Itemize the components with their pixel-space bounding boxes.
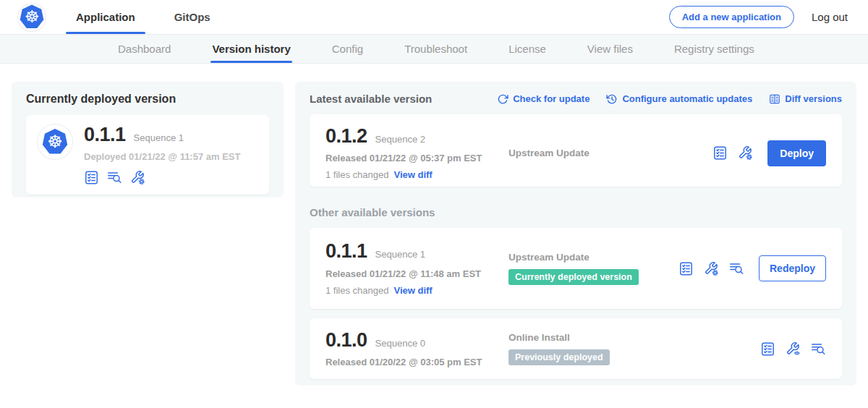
diff-versions-label: Diff versions [785,93,842,104]
released-timestamp: Released 01/20/22 @ 03:05 pm EST [326,357,509,367]
version-controls: Deploy [712,140,826,166]
latest-version-title: Latest available version [310,93,432,105]
main-content: Currently deployed version ☸ 0.1.1 Seque… [0,64,868,408]
deployed-sequence: Sequence 1 [134,132,184,143]
diff-icon [769,93,780,105]
view-diff-link[interactable]: View diff [393,169,432,180]
files-changed-label: 1 files changed [326,285,388,296]
app-subnav: Dashboard Version history Config Trouble… [0,35,868,64]
tab-application-label: Application [76,11,135,23]
deploy-button[interactable]: Deploy [767,140,826,166]
source-label: Upstream Update [509,148,712,158]
add-application-button[interactable]: Add a new application [669,6,794,28]
sequence-label: Sequence 1 [375,249,425,260]
kots-admin-console: ☸ Application GitOps Add a new applicati… [0,0,868,408]
deploy-logs-icon[interactable] [107,170,122,185]
version-number: 0.1.0 [326,330,367,350]
deployed-version-card: ☸ 0.1.1 Sequence 1 Deployed 01/21/22 @ 1… [26,115,269,195]
config-view-icon[interactable] [786,341,801,357]
preflight-checks-icon[interactable] [84,170,99,185]
source-label: Upstream Update [509,252,678,263]
version-source: Upstream Update Currently deployed versi… [509,252,678,285]
released-timestamp: Released 01/21/22 @ 11:48 am EST [326,268,509,279]
view-diff-link[interactable]: View diff [393,285,432,296]
version-info: 0.1.0 Sequence 0 Released 01/20/22 @ 03:… [326,330,509,367]
previously-deployed-badge: Previously deployed [509,349,610,365]
released-timestamp: Released 01/21/22 @ 05:37 pm EST [326,153,509,163]
tab-troubleshoot[interactable]: Troubleshoot [404,35,467,63]
version-controls [760,341,826,357]
deploy-logs-icon[interactable] [729,261,744,276]
diff-versions-link[interactable]: Diff versions [769,93,842,105]
tab-config[interactable]: Config [332,35,363,63]
tab-view-files[interactable]: View files [587,35,633,63]
app-logo: ☸ [38,124,72,159]
tab-license[interactable]: License [509,35,546,63]
version-source: Upstream Update [509,148,712,158]
version-info: 0.1.1 Sequence 1 Released 01/21/22 @ 11:… [326,241,509,295]
config-icon[interactable] [738,145,753,161]
version-controls: Redeploy [678,255,826,281]
currently-deployed-panel: Currently deployed version ☸ 0.1.1 Seque… [12,82,284,197]
kubernetes-app-icon: ☸ [41,127,69,156]
version-number: 0.1.2 [326,126,367,146]
version-history-panel: Latest available version Check for updat… [295,82,856,386]
files-changed-label: 1 files changed [326,169,388,180]
redeploy-button[interactable]: Redeploy [759,255,826,281]
check-for-update-label: Check for update [513,93,590,104]
preflight-checks-icon[interactable] [712,145,728,161]
latest-version-header: Latest available version Check for updat… [310,93,842,105]
version-row-0-1-1: 0.1.1 Sequence 1 Released 01/21/22 @ 11:… [310,228,842,309]
top-bar: ☸ Application GitOps Add a new applicati… [0,0,868,35]
app-nav: Application GitOps [66,0,221,34]
tab-gitops-label: GitOps [174,11,210,23]
configure-automatic-updates-link[interactable]: Configure automatic updates [606,93,752,105]
version-info: 0.1.2 Sequence 2 Released 01/21/22 @ 05:… [326,126,509,180]
schedule-update-icon [606,93,618,105]
configure-automatic-updates-label: Configure automatic updates [622,93,752,104]
tab-registry-settings[interactable]: Registry settings [674,35,754,63]
tab-application[interactable]: Application [66,0,145,34]
preflight-checks-icon[interactable] [678,261,694,276]
tab-version-history[interactable]: Version history [212,35,290,63]
config-icon[interactable] [704,261,719,276]
preflight-checks-icon[interactable] [760,341,775,357]
top-bar-right: Add a new application Log out [669,6,848,28]
deployed-timestamp: Deployed 01/21/22 @ 11:57 am EST [84,151,240,162]
check-for-update-link[interactable]: Check for update [497,93,590,105]
version-number: 0.1.1 [326,241,367,261]
sequence-label: Sequence 2 [375,134,425,145]
sequence-label: Sequence 0 [375,338,425,349]
version-source: Online Install Previously deployed [509,332,760,365]
logout-button[interactable]: Log out [812,11,848,23]
version-actions: Check for update Configure automatic upd… [497,93,842,105]
refresh-icon [497,93,509,105]
deployed-panel-title: Currently deployed version [26,93,269,106]
config-icon[interactable] [130,170,145,185]
currently-deployed-badge: Currently deployed version [509,269,639,285]
kubernetes-logo-icon: ☸ [18,4,46,31]
deployed-version-info: 0.1.1 Sequence 1 Deployed 01/21/22 @ 11:… [84,124,240,185]
tab-gitops[interactable]: GitOps [164,0,221,34]
source-label: Online Install [509,332,760,343]
deploy-logs-icon[interactable] [811,341,826,357]
tab-dashboard[interactable]: Dashboard [118,35,171,63]
other-versions-title: Other available versions [310,206,842,218]
version-row-0-1-2: 0.1.2 Sequence 2 Released 01/21/22 @ 05:… [310,114,842,187]
deployed-version-number: 0.1.1 [84,124,126,145]
version-row-0-1-0: 0.1.0 Sequence 0 Released 01/20/22 @ 03:… [310,318,842,379]
kubernetes-logo: ☸ [18,4,46,31]
